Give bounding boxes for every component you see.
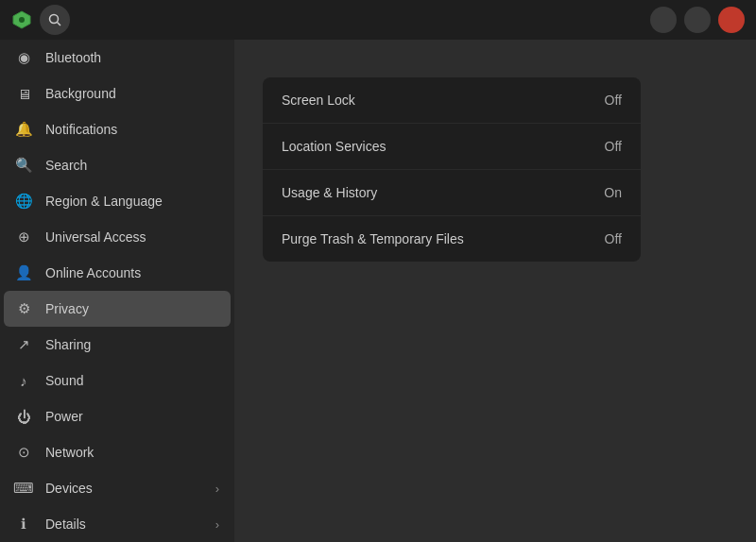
minimize-button[interactable] xyxy=(650,7,677,33)
maximize-button[interactable] xyxy=(684,7,711,33)
sidebar-item-devices[interactable]: ⌨Devices› xyxy=(0,470,234,506)
sidebar-label-power: Power xyxy=(45,409,83,424)
network-icon: ⊙ xyxy=(15,444,32,461)
sidebar-item-details[interactable]: ℹDetails› xyxy=(0,506,234,542)
privacy-icon: ⚙ xyxy=(15,300,32,317)
svg-point-1 xyxy=(19,17,25,23)
arrow-icon: › xyxy=(215,482,219,496)
sidebar-label-sharing: Sharing xyxy=(45,337,91,352)
privacy-value-usage-history: On xyxy=(604,185,622,200)
privacy-row-screen-lock[interactable]: Screen LockOff xyxy=(263,77,641,124)
privacy-label-purge-trash: Purge Trash & Temporary Files xyxy=(282,231,464,246)
sidebar-item-power[interactable]: ⏻Power xyxy=(0,398,234,434)
content-area: Screen LockOffLocation ServicesOffUsage … xyxy=(234,40,756,542)
devices-icon: ⌨ xyxy=(15,480,32,497)
notifications-icon: 🔔 xyxy=(15,121,32,138)
main-layout: ◉Bluetooth🖥Background🔔Notifications🔍Sear… xyxy=(0,40,756,542)
sidebar-item-background[interactable]: 🖥Background xyxy=(0,76,234,111)
sidebar-item-sound[interactable]: ♪Sound xyxy=(0,363,234,398)
sidebar-item-region-language[interactable]: 🌐Region & Language xyxy=(0,183,234,219)
svg-line-3 xyxy=(58,23,61,26)
sidebar-label-online-accounts: Online Accounts xyxy=(45,265,141,280)
sidebar-label-region-language: Region & Language xyxy=(45,194,163,209)
privacy-value-purge-trash: Off xyxy=(605,231,622,246)
sidebar-label-sound: Sound xyxy=(45,373,83,388)
window-controls xyxy=(650,7,745,33)
sharing-icon: ↗ xyxy=(15,336,32,353)
search-icon: 🔍 xyxy=(15,157,32,174)
bluetooth-icon: ◉ xyxy=(15,49,32,66)
privacy-row-usage-history[interactable]: Usage & HistoryOn xyxy=(263,170,641,216)
sidebar-item-network[interactable]: ⊙Network xyxy=(0,434,234,470)
privacy-row-purge-trash[interactable]: Purge Trash & Temporary FilesOff xyxy=(263,216,641,262)
close-button[interactable] xyxy=(718,7,745,33)
sidebar-label-notifications: Notifications xyxy=(45,122,117,137)
universal-access-icon: ⊕ xyxy=(15,229,32,246)
titlebar-left xyxy=(11,5,81,35)
region-language-icon: 🌐 xyxy=(15,193,32,210)
sidebar-item-notifications[interactable]: 🔔Notifications xyxy=(0,111,234,147)
background-icon: 🖥 xyxy=(15,85,32,102)
power-icon: ⏻ xyxy=(15,408,32,425)
sidebar-label-background: Background xyxy=(45,86,116,101)
online-accounts-icon: 👤 xyxy=(15,264,32,281)
sidebar-item-privacy[interactable]: ⚙Privacy xyxy=(4,291,231,327)
sidebar-label-network: Network xyxy=(45,445,94,460)
privacy-label-usage-history: Usage & History xyxy=(282,185,377,200)
sidebar-label-search: Search xyxy=(45,158,87,173)
privacy-value-location-services: Off xyxy=(605,139,622,154)
sidebar-item-search[interactable]: 🔍Search xyxy=(0,147,234,183)
sidebar-item-sharing[interactable]: ↗Sharing xyxy=(0,327,234,363)
privacy-panel: Screen LockOffLocation ServicesOffUsage … xyxy=(263,77,641,262)
sidebar-label-privacy: Privacy xyxy=(45,301,89,316)
svg-point-2 xyxy=(50,15,59,24)
privacy-value-screen-lock: Off xyxy=(605,93,622,108)
details-icon: ℹ xyxy=(15,516,32,533)
titlebar xyxy=(0,0,756,40)
privacy-label-screen-lock: Screen Lock xyxy=(282,93,355,108)
privacy-label-location-services: Location Services xyxy=(282,139,387,154)
sidebar-label-devices: Devices xyxy=(45,481,93,496)
sidebar-item-online-accounts[interactable]: 👤Online Accounts xyxy=(0,255,234,291)
search-button[interactable] xyxy=(40,5,70,35)
sidebar-item-universal-access[interactable]: ⊕Universal Access xyxy=(0,219,234,255)
sidebar-item-bluetooth[interactable]: ◉Bluetooth xyxy=(0,40,234,76)
sound-icon: ♪ xyxy=(15,372,32,389)
arrow-icon: › xyxy=(215,517,219,532)
privacy-row-location-services[interactable]: Location ServicesOff xyxy=(263,124,641,170)
app-icon xyxy=(11,9,32,30)
sidebar-label-details: Details xyxy=(45,517,86,532)
sidebar: ◉Bluetooth🖥Background🔔Notifications🔍Sear… xyxy=(0,40,234,542)
sidebar-label-universal-access: Universal Access xyxy=(45,229,146,245)
sidebar-label-bluetooth: Bluetooth xyxy=(45,50,101,65)
